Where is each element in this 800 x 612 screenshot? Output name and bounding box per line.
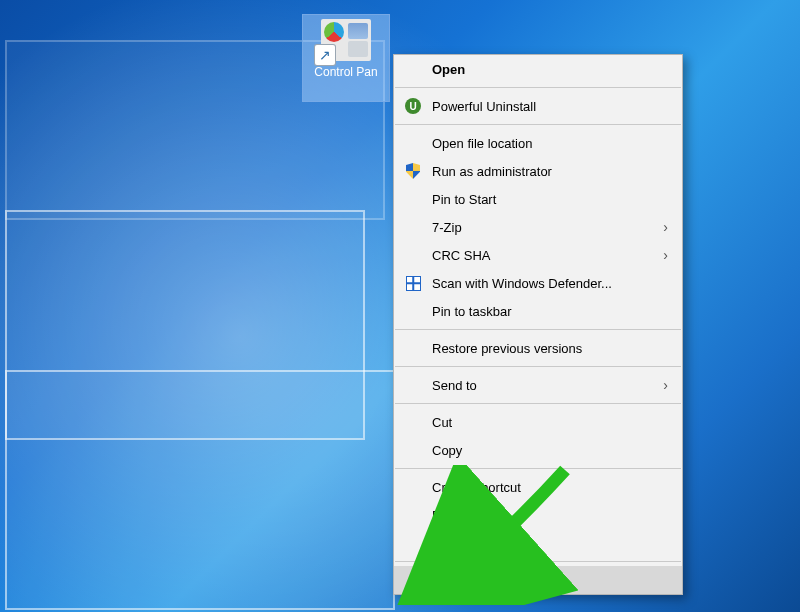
menu-item-properties[interactable]: Properties: [394, 566, 682, 594]
chevron-right-icon: ›: [663, 247, 668, 263]
menu-item-open[interactable]: Open: [394, 55, 682, 83]
menu-item-copy[interactable]: Copy: [394, 436, 682, 464]
menu-item-scan-with-windows-defender[interactable]: Scan with Windows Defender...: [394, 269, 682, 297]
light-beam: [5, 370, 395, 610]
context-menu: Open U Powerful Uninstall Open file loca…: [393, 54, 683, 595]
shortcut-overlay-icon: ↗: [315, 45, 335, 65]
menu-item-7zip[interactable]: 7-Zip ›: [394, 213, 682, 241]
menu-separator: [395, 366, 681, 367]
menu-separator: [395, 87, 681, 88]
menu-separator: [395, 124, 681, 125]
menu-item-restore-previous-versions[interactable]: Restore previous versions: [394, 334, 682, 362]
uninstall-icon: U: [404, 97, 422, 115]
menu-item-rename[interactable]: Rename: [394, 529, 682, 557]
menu-separator: [395, 468, 681, 469]
menu-item-create-shortcut[interactable]: Create shortcut: [394, 473, 682, 501]
menu-separator: [395, 561, 681, 562]
menu-item-crc-sha[interactable]: CRC SHA ›: [394, 241, 682, 269]
menu-item-pin-to-start[interactable]: Pin to Start: [394, 185, 682, 213]
defender-icon: [404, 274, 422, 292]
menu-item-run-as-administrator[interactable]: Run as administrator: [394, 157, 682, 185]
menu-item-cut[interactable]: Cut: [394, 408, 682, 436]
menu-item-powerful-uninstall[interactable]: U Powerful Uninstall: [394, 92, 682, 120]
chevron-right-icon: ›: [663, 219, 668, 235]
desktop-icon-label: Control Pan: [303, 65, 389, 79]
menu-item-delete[interactable]: Delete: [394, 501, 682, 529]
shield-icon: [404, 162, 422, 180]
menu-item-pin-to-taskbar[interactable]: Pin to taskbar: [394, 297, 682, 325]
desktop-icon-control-panel[interactable]: ↗ Control Pan: [302, 14, 390, 102]
menu-item-send-to[interactable]: Send to ›: [394, 371, 682, 399]
menu-item-open-file-location[interactable]: Open file location: [394, 129, 682, 157]
menu-separator: [395, 329, 681, 330]
menu-separator: [395, 403, 681, 404]
chevron-right-icon: ›: [663, 377, 668, 393]
